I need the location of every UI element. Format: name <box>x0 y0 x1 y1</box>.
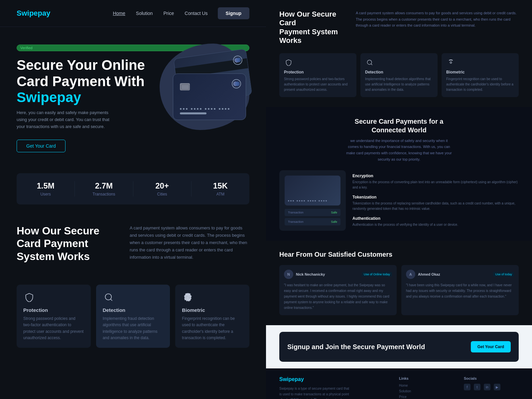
search-icon <box>103 291 115 303</box>
card-name-bar <box>180 112 206 114</box>
hero-title-line2: Card Payment With <box>17 73 145 89</box>
detection-desc: Implementing fraud detection algorithms … <box>103 316 164 341</box>
stat-users: 1.5M Users <box>17 181 75 197</box>
card-number-dots <box>180 108 229 110</box>
footer-brand: Swipepay Swipepay is a type of secure pa… <box>279 376 389 399</box>
right-how-header: How Our Secure CardPayment System Works … <box>279 10 519 45</box>
card-logo-front <box>232 79 241 88</box>
card-chip <box>180 83 190 90</box>
encryption-desc: Encryption is the process of converting … <box>352 180 519 190</box>
nav-solution[interactable]: Solution <box>136 11 153 16</box>
hero-description: Here, you can easily and safely make pay… <box>17 109 116 130</box>
navbar: Swipepay Home Solution Price Contact Us … <box>0 0 266 27</box>
footer-links-col: Links Home Solution Price Contact Us <box>399 376 454 399</box>
right-detection-title: Detection <box>365 70 433 74</box>
social-icons: f t in ▶ <box>464 384 519 390</box>
footer: Swipepay Swipepay is a type of secure pa… <box>266 368 532 399</box>
stat-cities-value: 20+ <box>133 181 191 191</box>
footer-link-home[interactable]: Home <box>399 384 454 387</box>
detection-title: Detection <box>103 307 164 313</box>
secure-feat-tokenization: Tokenization Tokenization is the process… <box>352 195 519 211</box>
review-badge-nick: Use of Online today <box>362 272 392 277</box>
linkedin-icon[interactable]: in <box>484 384 490 390</box>
cta-title: Signup and Join the Secure Payment World <box>287 342 425 351</box>
footer-description: Swipepay is a type of secure payment car… <box>279 386 352 399</box>
secure-feat-encryption: Encryption Encryption is the process of … <box>352 174 519 190</box>
nav-links: Home Solution Price Contact Us <box>113 10 207 16</box>
svg-point-2 <box>450 62 452 63</box>
testimonial-text-ahmed: "I have been using this Swipepay card fo… <box>406 282 514 299</box>
secure-title: Secure Card Payments for aConnected Worl… <box>279 117 519 134</box>
footer-link-solution[interactable]: Solution <box>399 389 454 393</box>
right-biometric-title: Biometric <box>446 70 514 74</box>
transaction-row-1: Transaction Safe <box>285 209 340 216</box>
testimonials-section: Hear From Our Satisfied Customers N Nick… <box>266 241 532 325</box>
cta-button[interactable]: Get Your Card <box>471 341 511 352</box>
nav-contact[interactable]: Contact Us <box>185 11 207 16</box>
protection-desc: Strong password policies and two-factor … <box>23 316 84 341</box>
right-feat-protection: Protection Strong password policies and … <box>279 53 356 97</box>
authentication-desc: Authentication is the process of verifyi… <box>352 222 519 227</box>
right-how-section: How Our Secure CardPayment System Works … <box>266 0 532 107</box>
transaction-rows: Transaction Safe Transaction Safe <box>285 209 340 225</box>
how-description: A card payment system allows consumers t… <box>130 224 249 261</box>
how-header: How Our Secure Card Payment System Works… <box>17 224 249 268</box>
right-feat-detection: Detection Implementing fraud detection a… <box>360 53 438 97</box>
transaction-row-2: Transaction Safe <box>285 218 340 225</box>
how-title: How Our Secure Card Payment System Works <box>17 224 110 263</box>
card-illustration <box>156 37 256 150</box>
twitter-icon[interactable]: t <box>474 384 480 390</box>
fingerprint-icon <box>182 291 194 303</box>
txn-status-2: Safe <box>331 220 337 223</box>
mini-card <box>285 176 340 205</box>
right-how-desc: A card payment system allows consumers t… <box>356 10 519 29</box>
feature-cards: Protection Strong password policies and … <box>0 285 266 358</box>
testimonial-ahmed: A Ahmed Okaz Use of today "I have been u… <box>401 265 519 315</box>
stat-transactions: 2.7M Transactions <box>75 181 133 197</box>
tokenization-title: Tokenization <box>352 195 519 200</box>
secure-feat-authentication: Authentication Authentication is the pro… <box>352 216 519 227</box>
right-how-title: How Our Secure CardPayment System Works <box>279 10 346 45</box>
reviewer-info-nick: N Nick Nechanicky <box>284 270 325 279</box>
facebook-icon[interactable]: f <box>464 384 470 390</box>
nav-price[interactable]: Price <box>163 11 174 16</box>
hero-title-line1: Secure Your Online <box>17 57 145 73</box>
shield-icon <box>23 291 35 303</box>
stats-section: 1.5M Users 2.7M Transactions 20+ Cities … <box>17 173 249 204</box>
txn-label-1: Transaction <box>288 211 304 214</box>
signup-button[interactable]: Signup <box>218 7 249 19</box>
secure-desc: we understand the importance of safety a… <box>346 138 452 163</box>
nav-logo[interactable]: Swipepay <box>17 9 50 18</box>
secure-section: Secure Card Payments for aConnected Worl… <box>266 107 532 241</box>
right-biometric-desc: Fingerprint recognition can be used to a… <box>446 76 514 92</box>
testimonials-grid: N Nick Nechanicky Use of Online today "I… <box>279 265 519 315</box>
right-feature-cards: Protection Strong password policies and … <box>279 53 519 97</box>
right-fingerprint-icon <box>446 58 456 67</box>
txn-label-2: Transaction <box>288 220 304 223</box>
hero-cta-button[interactable]: Get Your Card <box>17 140 66 152</box>
secure-content: Transaction Safe Transaction Safe Encryp… <box>279 170 519 231</box>
biometric-desc: Fingerprint recognition can be used to a… <box>182 316 243 341</box>
right-feat-biometric: Biometric Fingerprint recognition can be… <box>442 53 519 97</box>
card-front <box>173 73 246 120</box>
secure-features: Encryption Encryption is the process of … <box>352 174 519 227</box>
stat-cities: 20+ Cities <box>133 181 192 197</box>
footer-link-price[interactable]: Price <box>399 395 454 399</box>
nav-home[interactable]: Home <box>113 11 125 16</box>
secure-card-visual: Transaction Safe Transaction Safe <box>279 170 346 231</box>
testimonial-nick: N Nick Nechanicky Use of Online today "I… <box>279 265 397 315</box>
testimonial-header-ahmed: A Ahmed Okaz Use of today <box>406 270 514 279</box>
stat-users-label: Users <box>17 192 74 197</box>
left-panel: Swipepay Home Solution Price Contact Us … <box>0 0 266 399</box>
stat-atm-value: 15K <box>192 181 249 191</box>
biometric-title: Biometric <box>182 307 243 313</box>
authentication-title: Authentication <box>352 216 519 221</box>
youtube-icon[interactable]: ▶ <box>494 384 500 390</box>
stat-cities-label: Cities <box>133 192 191 197</box>
hero-title-brand: Swipepay <box>17 89 81 105</box>
feature-card-detection: Detection Implementing fraud detection a… <box>96 285 170 348</box>
footer-links-list: Home Solution Price Contact Us <box>399 384 454 399</box>
feature-card-biometric: Biometric Fingerprint recognition can be… <box>175 285 249 348</box>
testimonials-title: Hear From Our Satisfied Customers <box>279 251 519 258</box>
avatar-nick: N <box>284 270 293 279</box>
